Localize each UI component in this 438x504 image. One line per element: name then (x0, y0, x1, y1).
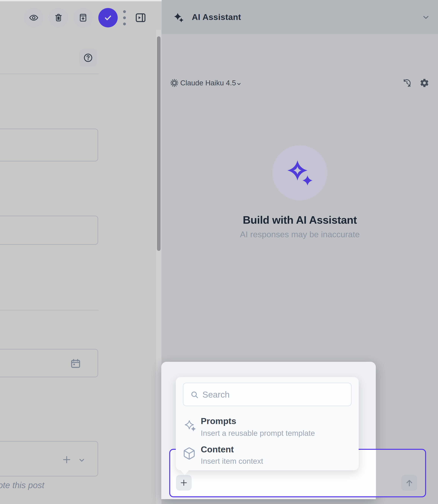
chevron-down-icon[interactable] (78, 456, 86, 464)
clear-history-icon[interactable] (402, 79, 412, 88)
cube-icon (183, 447, 196, 460)
panel-toggle-button[interactable] (134, 11, 147, 24)
kebab-dot (123, 23, 126, 25)
hero-subtitle: AI responses may be inaccurate (162, 230, 438, 239)
menu-item-description: Insert item context (201, 457, 263, 466)
model-chevron-icon[interactable] (236, 81, 242, 87)
add-context-button[interactable] (176, 475, 192, 491)
plus-icon[interactable] (62, 455, 72, 465)
settings-gear-icon[interactable] (420, 78, 429, 88)
collapse-chevron-icon[interactable] (422, 13, 430, 22)
archive-download-icon (78, 13, 88, 23)
text-field-1[interactable] (0, 129, 98, 161)
plus-icon (179, 479, 188, 487)
model-selector[interactable]: Claude Haiku 4.5 (180, 79, 236, 87)
hero-title: Build with AI Assistant (162, 214, 438, 226)
check-icon (103, 12, 113, 23)
arrow-up-icon (405, 478, 414, 488)
kebab-dot (123, 16, 126, 19)
text-field-2[interactable] (0, 216, 98, 245)
panel-toggle-icon (134, 11, 147, 24)
menu-item-label: Content (201, 444, 234, 454)
sparkles-icon (173, 12, 184, 23)
more-options-button[interactable] (121, 8, 128, 27)
trash-icon (54, 13, 63, 23)
help-button[interactable] (79, 49, 97, 67)
calendar-icon[interactable] (70, 358, 82, 370)
popup-tail (179, 469, 190, 475)
save-confirm-button[interactable] (98, 8, 118, 27)
section-divider (0, 310, 99, 310)
archive-button[interactable] (73, 8, 93, 27)
preview-button[interactable] (24, 8, 44, 27)
delete-button[interactable] (49, 8, 68, 27)
tags-field[interactable] (0, 441, 98, 476)
ai-assistant-panel: AI Assistant Claude Haiku 4.5 (162, 0, 438, 504)
sparkles-icon (286, 159, 314, 187)
section-divider (0, 74, 99, 74)
ai-hero-badge (272, 145, 327, 200)
question-mark-icon (83, 53, 93, 63)
search-icon (190, 390, 199, 399)
search-input[interactable] (202, 383, 348, 406)
insert-menu-popup: Prompts Insert a reusable prompt templat… (176, 377, 359, 470)
promote-note: ote this post (0, 480, 44, 490)
app-screen: ote this post AI Assistant (0, 0, 438, 504)
menu-item-description: Insert a reusable prompt template (201, 429, 315, 438)
panel-title: AI Assistant (192, 12, 241, 22)
kebab-dot (123, 10, 126, 13)
sparkles-icon (184, 419, 197, 432)
scrollbar-thumb[interactable] (157, 36, 161, 251)
menu-item-label: Prompts (201, 416, 236, 426)
ai-assistant-header: AI Assistant (162, 0, 438, 34)
eye-icon (29, 13, 39, 23)
send-button[interactable] (401, 475, 417, 491)
model-row: Claude Haiku 4.5 (162, 34, 438, 57)
anthropic-starburst-icon (170, 79, 179, 87)
date-field[interactable] (0, 349, 98, 377)
insert-menu-search[interactable] (183, 383, 351, 406)
editor-panel: ote this post (0, 0, 162, 504)
